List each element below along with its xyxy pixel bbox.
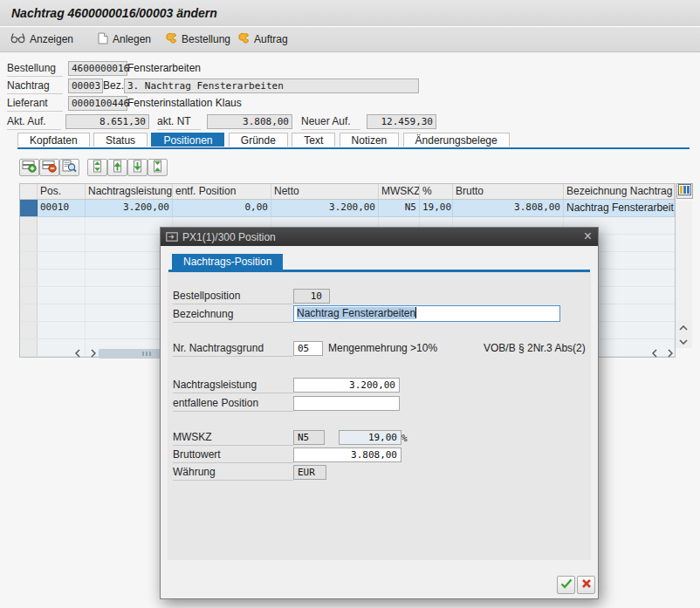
row-selector[interactable] (20, 200, 38, 216)
bruttowert-input[interactable]: 3.808,00 (293, 447, 401, 462)
tab-status[interactable]: Status (93, 133, 148, 147)
tab-aenderungsbelege[interactable]: Änderungsbelege (403, 133, 510, 147)
delete-row-icon (42, 160, 57, 175)
lieferant-field[interactable]: 0000100446 (68, 96, 127, 111)
lieferant-description: Fensterinstallation Klaus (127, 96, 242, 111)
row-selector[interactable] (20, 252, 38, 269)
nachtrag-field[interactable]: 00003 (68, 79, 103, 93)
scroll-up-button[interactable] (676, 320, 691, 334)
waehrung-field: EUR (293, 465, 326, 480)
row-selector[interactable] (20, 304, 38, 321)
empty-cell (38, 304, 86, 321)
neuer-auf-field: 12.459,30 (367, 114, 436, 129)
column-header-nachtragsleistung[interactable]: Nachtragsleistung (86, 184, 173, 199)
column-header-prozent[interactable]: % (420, 184, 453, 199)
mwskz-prozent-field: 19,00 (339, 430, 401, 445)
cell-brutto[interactable]: 3.808,00 (453, 200, 564, 216)
window-icon (166, 232, 178, 242)
entfallene-position-input[interactable] (293, 396, 400, 411)
select-all-cell[interactable] (20, 184, 38, 199)
cell-nachtragsleistung[interactable]: 3.200,00 (86, 200, 173, 216)
delete-row-button[interactable] (39, 159, 59, 176)
page-up-button[interactable] (107, 159, 127, 176)
tab-positionen[interactable]: Positionen (151, 133, 224, 147)
bez-field[interactable]: 3. Nachtrag Fensterarbeiten (124, 79, 419, 93)
page-down-button[interactable] (127, 159, 148, 176)
column-header-pos[interactable]: Pos. (38, 184, 86, 199)
vertical-scrollbar[interactable] (676, 201, 692, 347)
app-toolbar: Anzeigen Anlegen Bestellung Auftrag (0, 27, 700, 52)
anlegen-button[interactable]: Anlegen (93, 27, 156, 51)
text-caret (415, 307, 416, 318)
lieferant-field-label: Lieferant (7, 96, 63, 112)
row-selector[interactable] (20, 235, 38, 251)
cell-mwskz[interactable]: N5 (379, 200, 420, 216)
entfallene-position-label: entfallene Position (173, 396, 293, 412)
position-dialog: PX1(1)/300 Position × Nachtrags-Position… (160, 227, 599, 599)
last-page-button[interactable] (148, 159, 168, 176)
bestellung-description: Fensterarbeiten (127, 61, 201, 76)
cell-netto[interactable]: 3.200,00 (271, 200, 379, 216)
scroll-left-button-right[interactable] (647, 349, 662, 359)
empty-cell (38, 322, 86, 338)
bezeichnung-label: Bezeichnung (173, 307, 293, 323)
waehrung-label: Währung (173, 465, 293, 481)
row-selector[interactable] (20, 287, 38, 304)
chevron-right-icon (91, 348, 96, 360)
anzeigen-button[interactable]: Anzeigen (5, 27, 79, 51)
akt-nt-field: 3.808,00 (207, 114, 292, 129)
insert-row-button[interactable] (19, 159, 39, 176)
bezeichnung-input[interactable]: Nachtrag Fensterarbeiten (293, 305, 560, 322)
chevron-right-icon (668, 348, 673, 360)
detail-button[interactable] (59, 159, 79, 176)
order-icon (237, 32, 250, 47)
tab-gruende[interactable]: Gründe (229, 133, 288, 147)
nachtragsgrund-input[interactable]: 05 (293, 341, 323, 356)
focus-corner (293, 318, 299, 322)
tab-text[interactable]: Text (292, 133, 335, 147)
nachtragsgrund-text: Mengenmehrung >10% (328, 341, 437, 356)
confirm-button[interactable] (557, 576, 575, 594)
scroll-left-button[interactable] (70, 349, 85, 359)
tab-kopfdaten[interactable]: Kopfdaten (17, 133, 90, 147)
row-selector[interactable] (20, 270, 38, 286)
dialog-close-button[interactable]: × (584, 228, 592, 246)
bestellung-field[interactable]: 4600000016 (68, 61, 127, 76)
glasses-icon (10, 32, 25, 46)
row-selector[interactable] (20, 217, 38, 234)
dialog-title: PX1(1)/300 Position (182, 231, 276, 243)
scroll-down-button[interactable] (676, 334, 691, 348)
new-document-icon (98, 32, 108, 47)
first-page-button[interactable] (87, 159, 107, 176)
dialog-tab-nachtrags-position[interactable]: Nachtrags-Position (172, 254, 283, 270)
magnifier-icon (62, 160, 77, 175)
chevron-left-icon (652, 348, 657, 360)
cancel-icon (581, 578, 592, 591)
table-settings-button[interactable] (676, 183, 693, 199)
column-header-bezeichnung[interactable]: Bezeichnung Nachtrag (564, 184, 675, 199)
auftrag-button[interactable]: Auftrag (232, 27, 293, 51)
akt-auf-label: Akt. Auf. (7, 114, 61, 130)
anlegen-label: Anlegen (113, 33, 151, 45)
cell-entf-position[interactable]: 0,00 (173, 200, 271, 216)
cell-prozent[interactable]: 19,00 (420, 200, 453, 216)
column-header-entf-position[interactable]: entf. Position (173, 184, 271, 199)
cell-pos[interactable]: 00010 (38, 200, 86, 216)
bestellung-button[interactable]: Bestellung (160, 27, 236, 51)
bruttowert-label: Bruttowert (173, 447, 293, 463)
close-icon: × (584, 229, 592, 243)
tab-notizen[interactable]: Notizen (340, 133, 400, 147)
row-selector[interactable] (20, 322, 38, 338)
nachtragsleistung-input[interactable]: 3.200,00 (293, 378, 400, 393)
table-row-selected[interactable]: 00010 3.200,00 0,00 3.200,00 N5 19,00 3.… (20, 200, 675, 217)
mwskz-field: N5 (293, 430, 325, 445)
cancel-button[interactable] (577, 576, 595, 594)
table-toolbar (19, 159, 368, 177)
bestellung-label: Bestellung (182, 33, 230, 45)
column-header-brutto[interactable]: Brutto (453, 184, 564, 199)
dialog-titlebar[interactable]: PX1(1)/300 Position × (161, 228, 598, 246)
cell-bezeichnung[interactable]: Nachtrag Fensterarbeiten (564, 200, 675, 216)
column-header-netto[interactable]: Netto (271, 184, 379, 199)
column-header-mwskz[interactable]: MWSKZ (379, 184, 420, 199)
scroll-right-button-right[interactable] (662, 349, 677, 359)
